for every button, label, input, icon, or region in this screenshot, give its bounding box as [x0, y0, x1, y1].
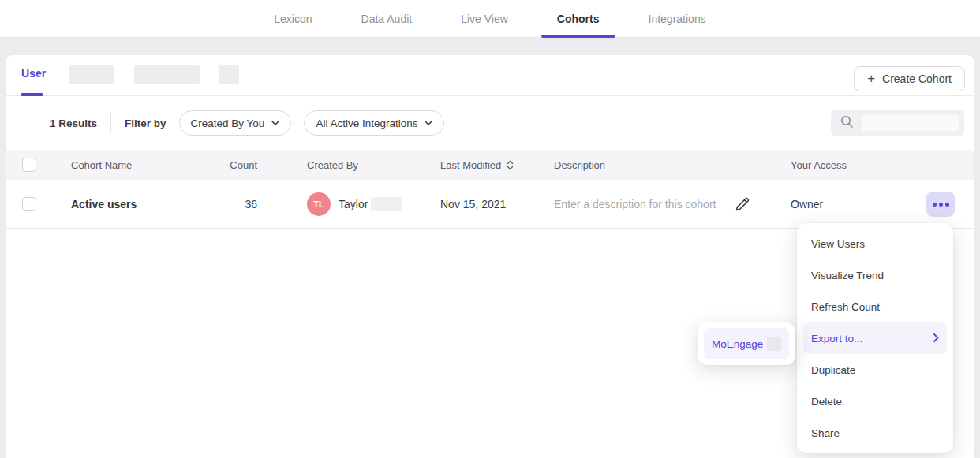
cohort-type-tabs: User + Create Cohort: [6, 55, 974, 96]
divider: [110, 113, 111, 133]
filter-bar: 1 Results Filter by Created By You All A…: [6, 96, 974, 150]
created-by-dropdown-value: Created By You: [191, 117, 265, 129]
chevron-down-icon: [271, 121, 279, 125]
chevron-down-icon: [425, 121, 432, 125]
nav-item-data-audit[interactable]: Data Audit: [346, 0, 428, 37]
description-placeholder[interactable]: Enter a description for this cohort: [554, 180, 716, 228]
menu-item-view-users[interactable]: View Users: [803, 228, 947, 259]
search-icon: [840, 114, 854, 132]
redacted-tab-placeholder: [114, 65, 134, 84]
redacted-tab[interactable]: [219, 65, 239, 84]
created-by-dropdown[interactable]: Created By You: [179, 110, 292, 136]
header-last-modified-label: Last Modified: [440, 159, 501, 171]
nav-item-cohorts[interactable]: Cohorts: [541, 0, 615, 37]
created-by-cell: TL Taylor: [307, 180, 402, 228]
nav-item-lexicon[interactable]: Lexicon: [258, 0, 327, 37]
table-row: Active users 36 TL Taylor Nov 15, 2021 E…: [6, 180, 974, 229]
export-submenu: MoEngage: [698, 322, 795, 365]
header-your-access: Your Access: [791, 150, 847, 180]
header-created-by: Created By: [307, 150, 358, 180]
header-count: Count: [186, 150, 257, 180]
table-header: Cohort Name Count Created By Last Modifi…: [6, 150, 974, 180]
header-description: Description: [554, 150, 605, 180]
select-all-checkbox[interactable]: [22, 158, 36, 172]
chevron-right-icon: [933, 333, 939, 344]
redacted-last-name: [371, 197, 402, 211]
plus-icon: +: [867, 72, 875, 85]
submenu-item-moengage[interactable]: MoEngage: [704, 328, 789, 359]
nav-item-integrations[interactable]: Integrations: [633, 0, 722, 37]
create-cohort-label: Create Cohort: [882, 73, 952, 85]
filter-by-label: Filter by: [125, 117, 166, 129]
menu-item-visualize-trend[interactable]: Visualize Trend: [803, 259, 947, 291]
integrations-dropdown-value: All Active Integrations: [316, 117, 417, 129]
last-modified-date: Nov 15, 2021: [440, 180, 506, 228]
header-last-modified[interactable]: Last Modified: [440, 150, 514, 180]
menu-item-duplicate[interactable]: Duplicate: [803, 354, 947, 385]
redacted-tab-placeholder: [54, 65, 69, 84]
menu-item-share[interactable]: Share: [803, 417, 947, 449]
more-options-icon: [933, 203, 937, 207]
avatar: TL: [307, 192, 331, 216]
create-cohort-button[interactable]: + Create Cohort: [854, 66, 965, 91]
access-level: Owner: [791, 180, 823, 228]
nav-item-live-view[interactable]: Live View: [445, 0, 524, 37]
redacted-tab[interactable]: [69, 65, 114, 84]
menu-item-refresh-count[interactable]: Refresh Count: [803, 291, 947, 322]
search-input[interactable]: [831, 110, 964, 136]
top-nav: Lexicon Data Audit Live View Cohorts Int…: [0, 0, 980, 38]
redacted-submenu-text: [767, 337, 781, 351]
row-checkbox[interactable]: [22, 197, 36, 211]
tab-user[interactable]: User: [21, 67, 46, 80]
row-actions-menu: View Users Visualize Trend Refresh Count…: [797, 223, 953, 453]
edit-description-icon[interactable]: [734, 196, 750, 215]
results-count: 1 Results: [50, 117, 97, 129]
integrations-dropdown[interactable]: All Active Integrations: [304, 110, 444, 136]
menu-item-export-to[interactable]: Export to...: [803, 322, 947, 354]
row-actions-button[interactable]: [926, 192, 955, 217]
header-cohort-name: Cohort Name: [71, 150, 132, 180]
redacted-tab[interactable]: [134, 65, 200, 84]
redacted-search-text: [862, 115, 959, 131]
redacted-tab-placeholder: [200, 65, 218, 84]
cohort-count: 36: [186, 180, 257, 228]
cohort-name[interactable]: Active users: [71, 180, 137, 228]
menu-item-delete[interactable]: Delete: [803, 385, 947, 417]
creator-name: Taylor: [339, 198, 368, 210]
sort-icon[interactable]: [507, 160, 514, 170]
